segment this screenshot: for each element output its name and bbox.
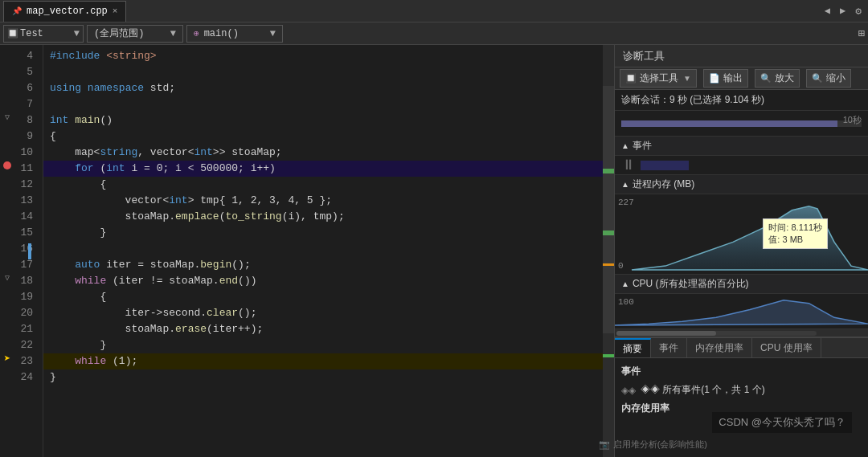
gutter-7 (0, 93, 14, 109)
tab-memory-usage[interactable]: 内存使用率 (687, 338, 752, 357)
gutter-19 (0, 286, 14, 302)
editor-toolbar: 🔲 Test ▼ (全局范围) ▼ ⊕ main() ▼ ⊞ (0, 22, 868, 45)
tab-cpu-usage[interactable]: CPU 使用率 (752, 338, 821, 357)
fold-icon-18[interactable]: ▽ (5, 273, 10, 283)
right-panel: 诊断工具 🔲 选择工具 ▼ 📄 输出 🔍 放大 🔍 (614, 45, 868, 457)
gutter-21 (0, 318, 14, 334)
function-selector[interactable]: ⊕ main() ▼ (186, 25, 283, 43)
tab-pin-icon: 📌 (12, 6, 22, 16)
ln-6: 6 (18, 80, 36, 96)
split-icon[interactable]: ⊞ (858, 27, 865, 40)
memory-collapse-icon: ▲ (621, 180, 629, 189)
gutter-12 (0, 173, 14, 190)
code-line-12: { (43, 177, 603, 193)
ln-15: 15 (18, 225, 36, 241)
project-selector[interactable]: 🔲 Test ▼ (3, 25, 84, 43)
tab-bar: 📌 map_vector.cpp × ◀ ▶ ⚙ (0, 0, 868, 22)
code-line-5 (43, 64, 603, 80)
select-tool-dropdown-icon: ▼ (683, 74, 691, 83)
panel-hscroll-track (616, 331, 817, 336)
session-info: 诊断会话：9 秒 (已选择 9.104 秒) (615, 90, 868, 111)
tab-scroll-left-icon[interactable]: ◀ (821, 3, 833, 18)
tooltip-time: 时间: 8.111秒 (768, 222, 822, 234)
code-line-8: int main() (43, 112, 603, 129)
events-bar-container: ⏸ (621, 157, 689, 173)
code-line-18: while (iter != stoaMap.end()) (43, 273, 603, 289)
gutter-24 (0, 366, 14, 382)
timeline-label: 10秒 (843, 114, 862, 126)
ln-13: 13 (18, 193, 36, 209)
events-pause-icon: ⏸ (621, 157, 636, 173)
code-line-13: vector<int> tmp{ 1, 2, 3, 4, 5 }; (43, 193, 603, 209)
ln-16: 16 (18, 241, 36, 257)
code-line-20: iter->second.clear(); (43, 305, 603, 321)
memory-chart-svg (615, 194, 868, 274)
ln-24: 24 (18, 369, 36, 386)
gutter-11[interactable] (0, 157, 14, 173)
output-icon: 📄 (709, 73, 720, 84)
tab-scroll-right-icon[interactable]: ▶ (837, 3, 849, 18)
ln-7: 7 (18, 96, 36, 112)
select-tool-button[interactable]: 🔲 选择工具 ▼ (620, 69, 697, 88)
code-line-21: stoaMap.erase(iter++); (43, 321, 603, 337)
tab-events[interactable]: 事件 (651, 338, 687, 357)
panel-hscrollbar[interactable] (615, 329, 868, 337)
breakpoint-dot-11[interactable] (3, 161, 11, 169)
scroll-thumb[interactable] (603, 86, 614, 333)
ln-10: 10 (18, 145, 36, 161)
gutter-8: ▽ (0, 109, 14, 125)
memory-section-header[interactable]: ▲ 进程内存 (MB) (615, 175, 868, 194)
ln-20: 20 (18, 305, 36, 321)
tab-summary[interactable]: 摘要 (615, 338, 651, 357)
ln-21: 21 (18, 321, 36, 337)
scope-dropdown-icon: ▼ (170, 28, 176, 39)
summary-events-title: 事件 (621, 361, 862, 382)
panel-hscroll-thumb[interactable] (616, 331, 716, 336)
gutter-15 (0, 222, 14, 238)
output-button[interactable]: 📄 输出 (703, 69, 748, 88)
code-line-22: } (43, 337, 603, 353)
code-line-10: map<string, vector<int>> stoaMap; (43, 145, 603, 161)
memory-tooltip: 时间: 8.111秒 值: 3 MB (763, 218, 828, 249)
ln-4: 4 (18, 48, 36, 64)
code-line-24: } (43, 369, 603, 386)
svg-marker-0 (632, 206, 868, 270)
gutter-17 (0, 254, 14, 270)
events-section-header[interactable]: ▲ 事件 (615, 137, 868, 156)
code-editor[interactable]: ▽ ▽ ➤ 4 5 6 (0, 45, 614, 457)
memory-chart: 227 0 时间: 8.111秒 值: 3 MB (615, 194, 868, 275)
memory-y-min: 0 (618, 261, 624, 271)
heap-analysis-hint[interactable]: 📷 启用堆分析(会影响性能) (599, 439, 707, 451)
zoom-in-button[interactable]: 🔍 放大 (755, 69, 800, 88)
settings-gear-icon[interactable]: ⚙ (852, 3, 865, 19)
main-content: ▽ ▽ ➤ 4 5 6 (0, 45, 868, 457)
code-content-area[interactable]: #include <string> using namespace std; i… (43, 45, 603, 457)
toolbar-right-actions: ⊞ (858, 27, 865, 40)
zoom-out-button[interactable]: 🔍 缩小 (806, 69, 851, 88)
function-label: main() (204, 28, 239, 39)
tab-close-icon[interactable]: × (113, 6, 118, 16)
cpu-chart: 100 (615, 294, 868, 329)
gutter-6 (0, 77, 14, 93)
gutter-4 (0, 45, 14, 61)
app-container: 📌 map_vector.cpp × ◀ ▶ ⚙ 🔲 Test ▼ (全局范围)… (0, 0, 868, 457)
svg-marker-1 (615, 300, 868, 325)
current-line-arrow-icon: ➤ (4, 352, 10, 365)
gutter-5 (0, 61, 14, 77)
code-line-23: while (1); (43, 353, 603, 369)
editor-minimap[interactable] (603, 45, 614, 457)
fold-icon-8[interactable]: ▽ (5, 112, 10, 122)
gutter-14 (0, 206, 14, 222)
gutter-22 (0, 334, 14, 350)
code-line-14: stoaMap.emplace(to_string(i), tmp); (43, 209, 603, 225)
scope-selector[interactable]: (全局范围) ▼ (87, 25, 183, 43)
tab-map-vector[interactable]: 📌 map_vector.cpp × (3, 1, 126, 22)
function-dropdown-icon: ▼ (270, 28, 276, 39)
code-line-6: using namespace std; (43, 80, 603, 96)
tooltip-value: 值: 3 MB (768, 234, 822, 246)
cpu-y-max: 100 (618, 297, 634, 307)
ln-9: 9 (18, 129, 36, 145)
code-line-19: { (43, 289, 603, 305)
gutter-9 (0, 125, 14, 141)
cpu-section-header[interactable]: ▲ CPU (所有处理器的百分比) (615, 275, 868, 294)
